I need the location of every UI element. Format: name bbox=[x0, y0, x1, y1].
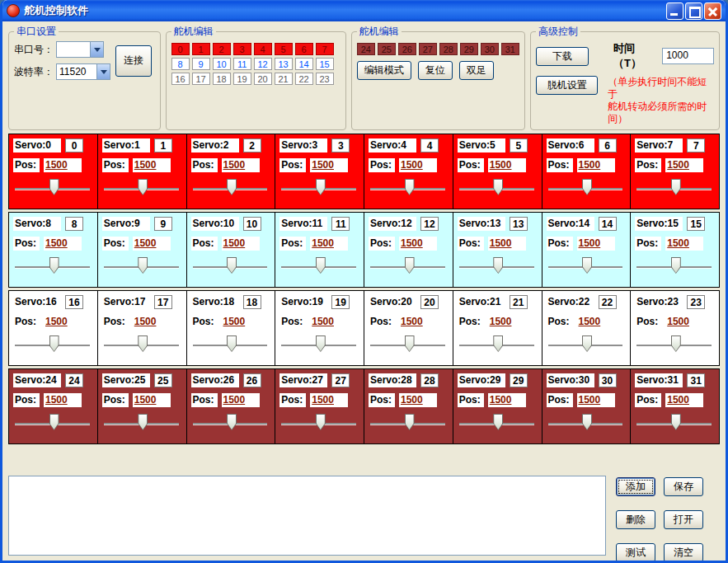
slider-thumb[interactable] bbox=[405, 414, 415, 430]
servo-number-input-5[interactable]: 5 bbox=[510, 138, 528, 152]
servo-number-input-9[interactable]: 9 bbox=[154, 217, 172, 231]
servo-number-input-7[interactable]: 7 bbox=[687, 138, 705, 152]
servo-select-button-31[interactable]: 31 bbox=[501, 43, 519, 55]
servo-select-button-24[interactable]: 24 bbox=[357, 43, 375, 55]
servo-slider-19[interactable] bbox=[279, 335, 359, 354]
clear-button[interactable]: 清空 bbox=[664, 543, 703, 562]
time-input[interactable]: 1000 bbox=[662, 48, 714, 64]
slider-thumb[interactable] bbox=[405, 257, 415, 274]
slider-thumb[interactable] bbox=[671, 257, 681, 274]
pos-value-input-10[interactable]: 1500 bbox=[222, 237, 260, 251]
servo-slider-7[interactable] bbox=[635, 178, 715, 198]
slider-thumb[interactable] bbox=[316, 179, 326, 195]
servo-select-button-15[interactable]: 15 bbox=[316, 58, 334, 70]
slider-thumb[interactable] bbox=[671, 179, 681, 195]
save-button[interactable]: 保存 bbox=[664, 477, 703, 496]
offline-settings-button[interactable]: 脱机设置 bbox=[536, 76, 598, 95]
pos-value-input-16[interactable]: 1500 bbox=[44, 315, 82, 329]
servo-slider-1[interactable] bbox=[102, 178, 182, 198]
servo-number-input-21[interactable]: 21 bbox=[510, 295, 528, 309]
pos-value-input-14[interactable]: 1500 bbox=[577, 237, 615, 251]
servo-select-button-12[interactable]: 12 bbox=[254, 58, 272, 70]
servo-slider-21[interactable] bbox=[458, 335, 538, 354]
servo-slider-4[interactable] bbox=[369, 178, 449, 198]
servo-slider-28[interactable] bbox=[369, 413, 449, 433]
pos-value-input-31[interactable]: 1500 bbox=[665, 393, 703, 407]
sequence-listbox[interactable] bbox=[8, 476, 606, 556]
pos-value-input-28[interactable]: 1500 bbox=[399, 393, 437, 407]
servo-number-input-26[interactable]: 26 bbox=[243, 373, 261, 387]
slider-thumb[interactable] bbox=[138, 335, 148, 352]
servo-number-input-12[interactable]: 12 bbox=[420, 217, 439, 231]
servo-slider-23[interactable] bbox=[635, 335, 715, 354]
servo-slider-13[interactable] bbox=[458, 256, 538, 276]
slider-thumb[interactable] bbox=[671, 335, 681, 352]
servo-slider-18[interactable] bbox=[191, 335, 271, 354]
slider-thumb[interactable] bbox=[582, 257, 592, 274]
slider-thumb[interactable] bbox=[49, 335, 59, 352]
download-button[interactable]: 下载 bbox=[536, 47, 589, 66]
pos-value-input-9[interactable]: 1500 bbox=[133, 237, 171, 251]
pos-value-input-6[interactable]: 1500 bbox=[577, 158, 615, 172]
servo-number-input-13[interactable]: 13 bbox=[510, 217, 528, 231]
servo-select-button-10[interactable]: 10 bbox=[213, 58, 231, 70]
servo-number-input-30[interactable]: 30 bbox=[599, 373, 617, 387]
slider-thumb[interactable] bbox=[582, 414, 592, 430]
servo-number-input-14[interactable]: 14 bbox=[599, 217, 617, 231]
pos-value-input-27[interactable]: 1500 bbox=[310, 393, 348, 407]
servo-number-input-29[interactable]: 29 bbox=[510, 373, 528, 387]
pos-value-input-29[interactable]: 1500 bbox=[488, 393, 526, 407]
servo-slider-9[interactable] bbox=[102, 256, 182, 276]
servo-slider-0[interactable] bbox=[13, 178, 93, 198]
servo-number-input-0[interactable]: 0 bbox=[65, 138, 83, 152]
servo-select-button-25[interactable]: 25 bbox=[378, 43, 396, 55]
port-combobox[interactable] bbox=[56, 41, 104, 58]
edit-mode-button[interactable]: 编辑模式 bbox=[357, 61, 411, 80]
slider-thumb[interactable] bbox=[227, 414, 237, 430]
servo-number-input-18[interactable]: 18 bbox=[243, 295, 261, 309]
servo-slider-8[interactable] bbox=[13, 256, 93, 276]
servo-select-button-2[interactable]: 2 bbox=[213, 43, 231, 55]
servo-slider-6[interactable] bbox=[547, 178, 627, 198]
minimize-button[interactable] bbox=[666, 2, 683, 20]
servo-number-input-25[interactable]: 25 bbox=[154, 373, 172, 387]
chevron-down-icon[interactable] bbox=[90, 42, 103, 57]
servo-select-button-14[interactable]: 14 bbox=[295, 58, 313, 70]
servo-select-button-0[interactable]: 0 bbox=[171, 43, 190, 55]
pos-value-input-2[interactable]: 1500 bbox=[222, 158, 260, 172]
pos-value-input-26[interactable]: 1500 bbox=[222, 393, 260, 407]
servo-slider-10[interactable] bbox=[191, 256, 271, 276]
servo-number-input-27[interactable]: 27 bbox=[331, 373, 350, 387]
servo-slider-24[interactable] bbox=[13, 413, 93, 433]
slider-thumb[interactable] bbox=[49, 257, 59, 274]
servo-slider-26[interactable] bbox=[191, 413, 271, 433]
connect-button[interactable]: 连接 bbox=[115, 45, 152, 77]
servo-slider-2[interactable] bbox=[191, 178, 271, 198]
servo-number-input-28[interactable]: 28 bbox=[420, 373, 439, 387]
slider-thumb[interactable] bbox=[49, 414, 59, 430]
servo-number-input-11[interactable]: 11 bbox=[331, 217, 350, 231]
servo-select-button-27[interactable]: 27 bbox=[419, 43, 437, 55]
servo-select-button-17[interactable]: 17 bbox=[192, 73, 210, 85]
slider-thumb[interactable] bbox=[316, 335, 326, 352]
biped-button[interactable]: 双足 bbox=[459, 61, 494, 80]
servo-slider-5[interactable] bbox=[458, 178, 538, 198]
slider-thumb[interactable] bbox=[227, 335, 237, 352]
slider-thumb[interactable] bbox=[227, 257, 237, 274]
pos-value-input-24[interactable]: 1500 bbox=[44, 393, 82, 407]
servo-slider-20[interactable] bbox=[369, 335, 449, 354]
pos-value-input-5[interactable]: 1500 bbox=[488, 158, 526, 172]
servo-number-input-22[interactable]: 22 bbox=[599, 295, 617, 309]
servo-select-button-5[interactable]: 5 bbox=[275, 43, 293, 55]
servo-slider-25[interactable] bbox=[102, 413, 182, 433]
pos-value-input-3[interactable]: 1500 bbox=[310, 158, 348, 172]
pos-value-input-8[interactable]: 1500 bbox=[44, 237, 82, 251]
servo-slider-17[interactable] bbox=[102, 335, 182, 354]
servo-select-button-18[interactable]: 18 bbox=[213, 73, 231, 85]
slider-thumb[interactable] bbox=[316, 414, 326, 430]
slider-thumb[interactable] bbox=[493, 179, 503, 195]
servo-select-button-29[interactable]: 29 bbox=[460, 43, 478, 55]
baud-combobox[interactable]: 11520 bbox=[56, 63, 110, 80]
pos-value-input-22[interactable]: 1500 bbox=[577, 315, 615, 329]
servo-number-input-10[interactable]: 10 bbox=[243, 217, 261, 231]
